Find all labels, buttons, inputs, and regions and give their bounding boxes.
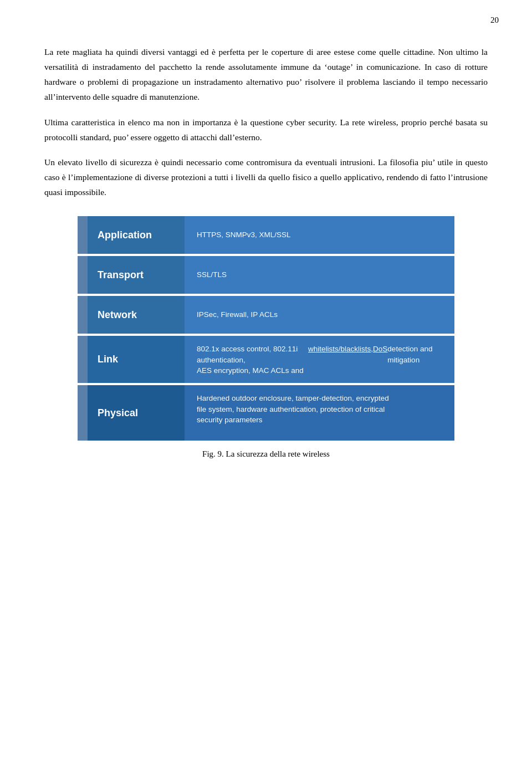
paragraph-3: Un elevato livello di sicurezza è quindi… <box>44 155 488 200</box>
application-desc: HTTPS, SNMPv3, XML/SSL <box>185 216 454 254</box>
left-bar-transport <box>78 256 88 294</box>
network-label: Network <box>88 296 185 334</box>
figure-container: Application HTTPS, SNMPv3, XML/SSL Trans… <box>78 216 454 459</box>
left-bar-link <box>78 336 88 383</box>
network-row: Network IPSec, Firewall, IP ACLs <box>78 296 454 334</box>
application-label: Application <box>88 216 185 254</box>
diagram: Application HTTPS, SNMPv3, XML/SSL Trans… <box>78 216 454 441</box>
paragraph-2: Ultima caratteristica in elenco ma non i… <box>44 115 488 145</box>
physical-row: Physical Hardened outdoor enclosure, tam… <box>78 385 454 441</box>
link-row: Link 802.1x access control, 802.11i auth… <box>78 336 454 383</box>
paragraph-1: La rete magliata ha quindi diversi vanta… <box>44 44 488 105</box>
transport-label: Transport <box>88 256 185 294</box>
left-bar-physical <box>78 385 88 441</box>
transport-desc: SSL/TLS <box>185 256 454 294</box>
link-label: Link <box>88 336 185 383</box>
left-bar-application <box>78 216 88 254</box>
physical-desc: Hardened outdoor enclosure, tamper-detec… <box>185 385 454 441</box>
page-number: 20 <box>490 16 499 25</box>
network-desc: IPSec, Firewall, IP ACLs <box>185 296 454 334</box>
transport-row: Transport SSL/TLS <box>78 256 454 294</box>
application-row: Application HTTPS, SNMPv3, XML/SSL <box>78 216 454 254</box>
left-bar-network <box>78 296 88 334</box>
physical-label: Physical <box>88 385 185 441</box>
figure-caption: Fig. 9. La sicurezza della rete wireless <box>78 449 454 459</box>
link-desc: 802.1x access control, 802.11i authentic… <box>185 336 454 383</box>
